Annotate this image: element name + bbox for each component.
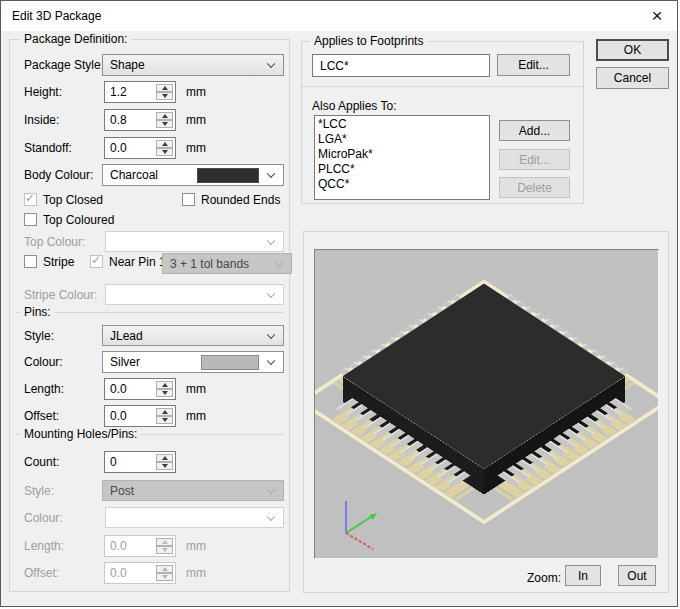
ok-button[interactable]: OK xyxy=(596,39,669,61)
spin-down-icon[interactable] xyxy=(156,92,173,100)
body-colour-select[interactable]: Charcoal xyxy=(102,164,284,186)
add-button[interactable]: Add... xyxy=(499,120,570,141)
chevron-down-icon xyxy=(267,60,275,68)
near-pin-1-checkbox[interactable]: ✓ xyxy=(90,255,103,268)
pin-offset-input[interactable] xyxy=(104,405,176,427)
mounting-colour-label: Colour: xyxy=(24,511,63,525)
list-item[interactable]: PLCC* xyxy=(315,162,489,177)
dialog-title: Edit 3D Package xyxy=(12,9,101,23)
zoom-in-button[interactable]: In xyxy=(565,565,601,586)
count-label: Count: xyxy=(24,455,59,469)
pin-colour-value: Silver xyxy=(110,355,140,369)
chevron-down-icon xyxy=(267,485,275,493)
pin-style-value: JLead xyxy=(110,329,143,343)
mounting-offset-input xyxy=(104,562,176,584)
zoom-out-button[interactable]: Out xyxy=(618,565,656,586)
tol-bands-value: 3 + 1 tol bands xyxy=(170,257,249,271)
top-colour-select xyxy=(105,231,284,252)
spin-down-icon[interactable] xyxy=(156,389,173,397)
inside-unit: mm xyxy=(186,113,206,127)
spin-down-icon[interactable] xyxy=(156,148,173,156)
standoff-label: Standoff: xyxy=(24,141,72,155)
chevron-down-icon xyxy=(267,170,275,178)
mounting-length-label: Length: xyxy=(24,539,64,553)
mounting-style-value: Post xyxy=(110,484,134,498)
list-item[interactable]: MicroPak* xyxy=(315,147,489,162)
spin-down-icon[interactable] xyxy=(156,120,173,128)
rounded-ends-label: Rounded Ends xyxy=(201,193,280,207)
height-unit: mm xyxy=(186,85,206,99)
spin-up-icon[interactable] xyxy=(156,408,173,416)
pins-legend: Pins: xyxy=(20,305,55,320)
spin-up-icon[interactable] xyxy=(156,454,173,462)
footprint-pattern-field[interactable]: LCC* xyxy=(312,54,490,77)
spin-up-icon[interactable] xyxy=(156,140,173,148)
pin-offset-unit: mm xyxy=(186,409,206,423)
height-input[interactable] xyxy=(104,81,176,103)
inside-label: Inside: xyxy=(24,113,59,127)
height-label: Height: xyxy=(24,85,62,99)
package-style-select[interactable]: Shape xyxy=(102,54,284,76)
chevron-down-icon xyxy=(267,357,275,365)
count-value[interactable] xyxy=(110,453,150,471)
top-coloured-label: Top Coloured xyxy=(43,213,114,227)
list-item[interactable]: QCC* xyxy=(315,177,489,192)
mounting-style-select: Post xyxy=(102,480,284,501)
mounting-length-input xyxy=(104,535,176,557)
package-definition-group: Package Definition: Package Style: Shape… xyxy=(9,39,290,592)
preview-group: Zoom: In Out xyxy=(303,231,669,593)
mounting-length-value xyxy=(110,537,150,555)
list-item[interactable]: *LCC xyxy=(315,117,489,132)
spin-up-icon xyxy=(156,565,173,573)
cancel-button[interactable]: Cancel xyxy=(596,67,669,89)
spin-up-icon xyxy=(156,538,173,546)
inside-input[interactable] xyxy=(104,109,176,131)
list-item[interactable]: LGA* xyxy=(315,132,489,147)
3d-viewport[interactable] xyxy=(314,249,659,559)
chip-model xyxy=(343,309,626,495)
top-closed-checkbox[interactable]: ✓ xyxy=(24,193,37,206)
spin-down-icon[interactable] xyxy=(156,462,173,470)
mounting-offset-label: Offset: xyxy=(24,566,59,580)
stripe-checkbox[interactable]: ✓ xyxy=(24,255,37,268)
top-coloured-checkbox[interactable]: ✓ xyxy=(24,213,37,226)
standoff-unit: mm xyxy=(186,141,206,155)
count-input[interactable] xyxy=(104,451,176,473)
pin-colour-swatch xyxy=(201,355,259,370)
stripe-colour-label: Stripe Colour: xyxy=(24,288,97,302)
delete-button: Delete xyxy=(499,177,570,198)
package-definition-legend: Package Definition: xyxy=(20,32,131,47)
inside-value[interactable] xyxy=(110,111,150,129)
spin-down-icon xyxy=(156,573,173,581)
pin-offset-value[interactable] xyxy=(110,407,150,425)
tol-bands-select: 3 + 1 tol bands xyxy=(162,253,292,274)
pin-length-value[interactable] xyxy=(110,380,150,398)
mounting-offset-unit: mm xyxy=(186,566,206,580)
height-value[interactable] xyxy=(110,83,150,101)
zoom-label: Zoom: xyxy=(527,571,561,585)
body-colour-label: Body Colour: xyxy=(24,168,93,182)
spin-up-icon[interactable] xyxy=(156,381,173,389)
body-colour-value: Charcoal xyxy=(110,168,158,182)
spin-down-icon[interactable] xyxy=(156,416,173,424)
applies-to-footprints-legend: Applies to Footprints xyxy=(310,34,427,49)
standoff-value[interactable] xyxy=(110,139,150,157)
body-colour-swatch xyxy=(197,168,259,183)
pin-colour-select[interactable]: Silver xyxy=(102,351,284,373)
edit-footprint-button[interactable]: Edit... xyxy=(497,54,570,76)
check-icon: ✓ xyxy=(25,191,35,205)
pin-style-select[interactable]: JLead xyxy=(102,325,284,346)
pin-length-label: Length: xyxy=(24,382,64,396)
stripe-label: Stripe xyxy=(43,255,74,269)
rounded-ends-checkbox[interactable]: ✓ xyxy=(182,193,195,206)
standoff-input[interactable] xyxy=(104,137,176,159)
close-icon[interactable]: × xyxy=(637,1,677,30)
spin-up-icon[interactable] xyxy=(156,84,173,92)
also-applies-label: Also Applies To: xyxy=(312,99,397,113)
title-bar: Edit 3D Package × xyxy=(1,1,677,31)
also-applies-listbox[interactable]: *LCC LGA* MicroPak* PLCC* QCC* xyxy=(314,115,490,200)
applies-to-footprints-group: Applies to Footprints LCC* Edit... Also … xyxy=(301,41,584,204)
chevron-down-icon xyxy=(267,289,275,297)
pin-length-input[interactable] xyxy=(104,378,176,400)
spin-up-icon[interactable] xyxy=(156,112,173,120)
